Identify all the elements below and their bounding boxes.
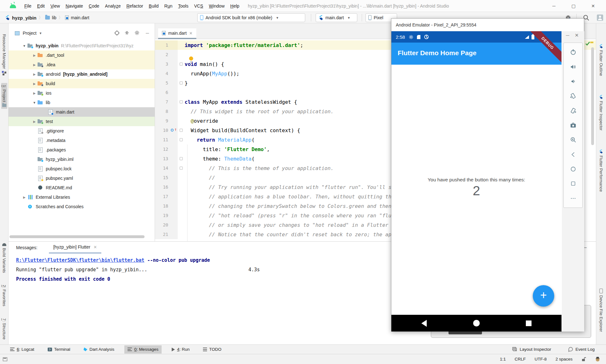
tree-item--gitignore[interactable]: .gitignore (9, 126, 155, 136)
tree-item-scratches-and-consoles[interactable]: Scratches and Consoles (9, 202, 155, 211)
expand-arrow-icon[interactable]: ▶ (31, 91, 38, 95)
tool-button-event-log[interactable]: Event Log (565, 345, 598, 354)
menu-refactor[interactable]: Refactor (123, 3, 146, 9)
project-panel-title[interactable]: Project (23, 31, 37, 36)
tree-item-main-dart[interactable]: main.dart (9, 107, 155, 117)
menu-navigate[interactable]: Navigate (63, 3, 86, 9)
volume-up-icon[interactable] (569, 63, 577, 71)
more-icon[interactable] (569, 194, 577, 203)
rail-item-1-project[interactable]: 1: Project (1, 83, 7, 109)
hide-panel-icon[interactable]: ─ (145, 30, 150, 36)
rail-item-7-structure[interactable]: 7: Structure (1, 316, 7, 341)
settings-gear-icon[interactable] (134, 30, 140, 36)
volume-down-icon[interactable] (569, 77, 577, 85)
breadcrumb-project[interactable]: hyzp_yibin (12, 15, 37, 21)
console-link[interactable]: R:\Flutter\FlutterSDK\flutter\bin\flutte… (16, 257, 144, 263)
tree-item-pubspec-lock[interactable]: pubspec.lock (9, 164, 155, 173)
menu-view[interactable]: View (48, 3, 63, 9)
restore-tool-windows-icon[interactable] (3, 357, 7, 361)
emulator-title-bar[interactable]: Android Emulator - Pixel_2_API_29:5554 (391, 19, 584, 31)
menu-tools[interactable]: Tools (175, 3, 191, 9)
inspections-ok-icon[interactable] (585, 41, 590, 46)
tool-button-terminal[interactable]: Terminal (45, 345, 74, 354)
rotate-left-icon[interactable] (569, 92, 577, 100)
rail-item-flutter-inspector[interactable]: Flutter Inspector (598, 93, 604, 132)
rail-item-device-file-explorer[interactable]: Device File Explorer (598, 287, 604, 334)
close-icon[interactable]: ✕ (583, 3, 603, 9)
android-back-icon[interactable] (421, 320, 427, 327)
collapse-all-icon[interactable] (124, 30, 130, 36)
fold-marker-icon[interactable] (180, 129, 183, 132)
tree-item-hyzp-yibin[interactable]: ▼hyzp_yibinR:\FlutterProject\FlutterProj… (9, 41, 155, 50)
rail-item-2-favorites[interactable]: 2: Favorites (1, 283, 7, 308)
tool-button-messages[interactable]: 0: Messages (124, 345, 162, 354)
device-selector[interactable]: Android SDK built for x86 (mobile) ▼ (197, 13, 305, 22)
chevron-down-icon[interactable]: ▼ (39, 32, 42, 35)
screenshot-icon[interactable] (569, 121, 577, 129)
flutter-console-tab[interactable]: [hyzp_yibin] Flutter ✕ (49, 242, 101, 254)
close-tab-icon[interactable]: ✕ (189, 31, 193, 36)
intention-bulb-icon[interactable] (189, 56, 193, 61)
tree-item-external-libraries[interactable]: ▶External Libraries (9, 192, 155, 202)
power-icon[interactable] (569, 48, 577, 56)
tool-button-dart-analysis[interactable]: Dart Analysis (80, 345, 118, 354)
menu-window[interactable]: Window (206, 3, 228, 9)
tool-button-todo[interactable]: TODO (200, 345, 225, 354)
tree-item-hyzp-yibin-iml[interactable]: hyzp_yibin.iml (9, 155, 155, 164)
increment-fab-button[interactable]: + (533, 285, 554, 307)
tree-item--dart-tool[interactable]: ▶.dart_tool (9, 50, 155, 60)
expand-arrow-icon[interactable]: ▶ (31, 63, 38, 67)
menu-edit[interactable]: Edit (34, 3, 48, 9)
tree-item-test[interactable]: ▶test (9, 117, 155, 126)
android-home-icon[interactable] (473, 320, 480, 326)
override-arrow-icon[interactable]: ↑ (174, 127, 177, 132)
fold-marker-icon[interactable] (180, 100, 183, 103)
tree-item-lib[interactable]: ▼lib (9, 98, 155, 107)
minimize-icon[interactable]: ─ (566, 32, 569, 38)
menu-vcs[interactable]: VCS (191, 3, 206, 9)
rail-item-flutter-outline[interactable]: Flutter Outline (598, 42, 604, 78)
tool-button-layout-inspector[interactable]: Layout Inspector (509, 345, 554, 354)
rotate-right-icon[interactable] (569, 107, 577, 115)
menu-analyze[interactable]: Analyze (102, 3, 124, 9)
expand-arrow-icon[interactable]: ▶ (31, 120, 38, 123)
tree-item-pubspec-yaml[interactable]: pubspec.yaml (9, 173, 155, 183)
lock-icon[interactable] (581, 357, 586, 362)
fold-marker-icon[interactable] (180, 157, 183, 160)
rail-item-flutter-performance[interactable]: Flutter Performance (598, 148, 604, 194)
breadcrumb-folder[interactable]: lib (52, 15, 56, 20)
menu-file[interactable]: File (21, 3, 34, 9)
menu-help[interactable]: Help (228, 3, 242, 9)
fold-marker-icon[interactable] (180, 167, 183, 170)
expand-arrow-icon[interactable]: ▶ (31, 73, 38, 76)
fold-marker-icon[interactable] (180, 62, 183, 66)
collapse-arrow-icon[interactable]: ▼ (21, 44, 27, 48)
tree-item-android[interactable]: ▶android[hyzp_yibin_android] (9, 69, 155, 79)
rail-item-resource-manager[interactable]: Resource Manager (1, 32, 7, 77)
menu-build[interactable]: Build (146, 3, 161, 9)
tab-main-dart[interactable]: main.dart ✕ (158, 28, 196, 39)
rail-item-build-variants[interactable]: Build Variants (1, 241, 7, 275)
fold-marker-icon[interactable] (180, 81, 183, 85)
tree-item-ios[interactable]: ▶ios (9, 88, 155, 98)
maximize-icon[interactable]: ▢ (564, 3, 583, 9)
menu-run[interactable]: Run (162, 3, 175, 9)
zoom-icon[interactable] (569, 136, 577, 144)
locate-file-icon[interactable] (114, 30, 120, 36)
android-overview-icon[interactable] (526, 320, 532, 326)
editor-scrollbar[interactable] (591, 47, 594, 145)
tool-button-logcat[interactable]: 6: Logcat (7, 345, 38, 354)
close-tab-icon[interactable]: ✕ (93, 245, 97, 250)
home-icon[interactable] (569, 165, 577, 173)
tool-button-run[interactable]: 4: Run (169, 345, 193, 354)
minimize-icon[interactable]: ─ (544, 3, 564, 9)
tree-item-build[interactable]: ▶build (9, 79, 155, 88)
collapse-arrow-icon[interactable]: ▼ (31, 101, 38, 104)
status-caret-position[interactable]: 1:1 (500, 357, 506, 361)
expand-arrow-icon[interactable]: ▶ (31, 54, 38, 57)
horizontal-scrollbar[interactable] (9, 235, 145, 238)
overridden-marker-icon[interactable] (171, 129, 174, 132)
profile-avatar-icon[interactable] (597, 14, 603, 21)
back-icon[interactable] (569, 150, 577, 159)
menu-code[interactable]: Code (86, 3, 102, 9)
